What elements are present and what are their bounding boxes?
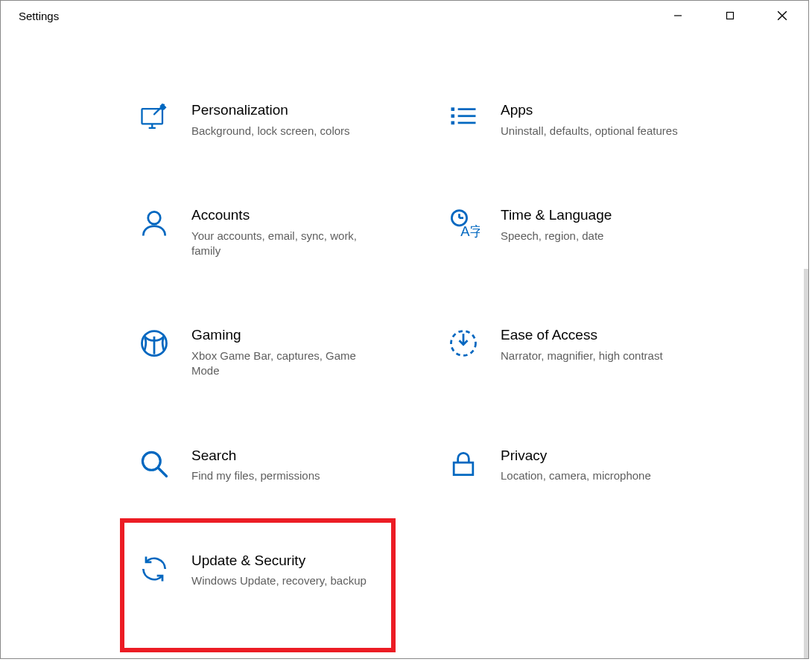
svg-text:A字: A字	[460, 223, 480, 239]
tile-label: Search	[191, 448, 385, 465]
tile-accounts[interactable]: Accounts Your accounts, email, sync, wor…	[135, 203, 414, 263]
tile-apps[interactable]: Apps Uninstall, defaults, optional featu…	[444, 98, 723, 143]
tile-desc: Find my files, permissions	[191, 468, 385, 483]
svg-rect-4	[142, 109, 163, 124]
tile-desc: Background, lock screen, colors	[191, 124, 385, 139]
window-title: Settings	[19, 10, 59, 22]
update-security-icon	[138, 553, 171, 585]
tile-label: Update & Security	[191, 553, 385, 570]
personalization-icon	[138, 102, 171, 135]
settings-grid: Personalization Background, lock screen,…	[135, 98, 723, 593]
time-language-icon: A字	[447, 207, 480, 240]
tile-privacy[interactable]: Privacy Location, camera, microphone	[444, 443, 723, 488]
tile-gaming[interactable]: Gaming Xbox Game Bar, captures, Game Mod…	[135, 322, 414, 383]
maximize-button[interactable]	[704, 1, 756, 31]
tile-label: Privacy	[501, 448, 694, 465]
window-controls	[652, 1, 808, 31]
settings-window: Settings	[0, 0, 809, 659]
ease-of-access-icon	[447, 327, 480, 360]
close-button[interactable]	[756, 1, 808, 31]
settings-content: Personalization Background, lock screen,…	[1, 31, 808, 658]
accounts-icon	[138, 207, 171, 240]
tile-search[interactable]: Search Find my files, permissions	[135, 443, 414, 488]
tile-desc: Speech, region, date	[501, 229, 694, 244]
tile-desc: Xbox Game Bar, captures, Game Mode	[191, 348, 385, 379]
privacy-icon	[447, 448, 480, 480]
gaming-icon	[138, 327, 171, 360]
tile-label: Personalization	[191, 102, 385, 119]
tile-label: Time & Language	[501, 207, 694, 224]
tile-desc: Your accounts, email, sync, work, family	[191, 229, 385, 259]
tile-desc: Uninstall, defaults, optional features	[501, 124, 694, 139]
tile-desc: Windows Update, recovery, backup	[191, 573, 385, 588]
tile-label: Gaming	[191, 327, 385, 344]
tile-label: Ease of Access	[501, 327, 694, 344]
tile-update-security[interactable]: Update & Security Windows Update, recove…	[135, 548, 414, 593]
tile-label: Apps	[501, 102, 694, 119]
tile-time-language[interactable]: A字 Time & Language Speech, region, date	[444, 203, 723, 263]
title-bar: Settings	[1, 1, 808, 31]
minimize-button[interactable]	[652, 1, 704, 31]
search-icon	[138, 448, 171, 480]
svg-rect-24	[454, 462, 473, 475]
svg-rect-8	[451, 115, 455, 118]
scrollbar[interactable]	[804, 269, 808, 658]
tile-personalization[interactable]: Personalization Background, lock screen,…	[135, 98, 414, 143]
svg-rect-7	[451, 107, 455, 111]
tile-desc: Location, camera, microphone	[501, 468, 694, 483]
tile-ease-of-access[interactable]: Ease of Access Narrator, magnifier, high…	[444, 322, 723, 383]
svg-rect-9	[451, 121, 455, 125]
apps-icon	[447, 102, 480, 135]
svg-rect-1	[727, 13, 734, 19]
svg-line-23	[159, 468, 167, 476]
svg-point-13	[148, 211, 161, 224]
tile-label: Accounts	[191, 207, 385, 224]
tile-desc: Narrator, magnifier, high contrast	[501, 348, 694, 363]
